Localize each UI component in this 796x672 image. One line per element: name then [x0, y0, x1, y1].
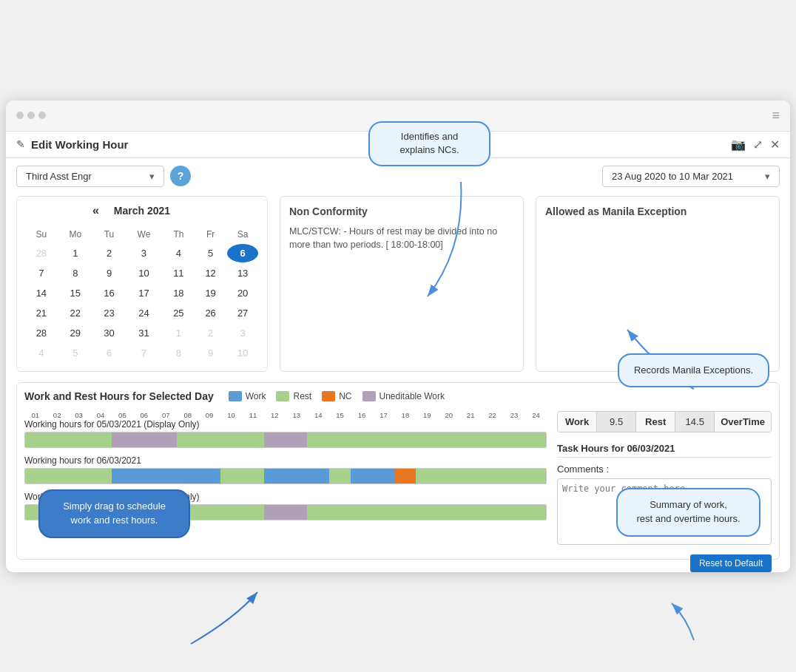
- timeline-segment-uneditable[interactable]: [264, 505, 308, 520]
- calendar-day[interactable]: 4: [26, 344, 57, 362]
- calendar-header-row: Su Mo Tu We Th Fr Sa: [26, 226, 258, 242]
- timeline-segment-work[interactable]: [351, 469, 394, 483]
- calendar-day[interactable]: 3: [126, 244, 162, 262]
- bottom-section: Work and Rest Hours for Selected Day Wor…: [16, 382, 780, 560]
- timeline-segment-rest[interactable]: [416, 469, 546, 483]
- calendar-day[interactable]: 11: [163, 264, 194, 282]
- close-icon[interactable]: ✕: [770, 138, 780, 152]
- calendar-day[interactable]: 7: [126, 344, 162, 362]
- hour-label: 12: [264, 411, 286, 419]
- calendar-day[interactable]: 13: [227, 264, 258, 282]
- day-label: Working hours for 07/03/2021 (Display On…: [24, 492, 547, 502]
- timeline-segment-nc[interactable]: [394, 469, 416, 483]
- calendar-day[interactable]: 8: [58, 264, 92, 282]
- timeline-segment-uneditable[interactable]: [112, 432, 177, 447]
- date-range-value: 23 Aug 2020 to 10 Mar 2021: [612, 171, 733, 182]
- timeline-segment-work[interactable]: [264, 469, 329, 483]
- cal-header-sa: Sa: [227, 226, 258, 242]
- timeline-segment-rest[interactable]: [307, 432, 546, 447]
- calendar-day[interactable]: 20: [227, 284, 258, 302]
- timeline-segment-rest[interactable]: [177, 505, 263, 520]
- calendar-day[interactable]: 6: [94, 344, 124, 362]
- calendar-week-row: 14151617181920: [26, 284, 258, 302]
- hour-label: 20: [438, 411, 459, 419]
- calendar-day[interactable]: 5: [58, 344, 92, 362]
- timeline-segment-rest[interactable]: [329, 469, 351, 483]
- timeline-bar[interactable]: [24, 468, 547, 484]
- timeline-segment-uneditable[interactable]: [112, 505, 177, 520]
- timeline-segment-work[interactable]: [112, 469, 220, 483]
- timeline-bar[interactable]: [24, 504, 547, 520]
- cal-header-th: Th: [163, 226, 194, 242]
- calendar-day[interactable]: 10: [227, 344, 258, 362]
- calendar-day[interactable]: 2: [94, 244, 124, 262]
- calendar-day[interactable]: 6: [227, 244, 258, 262]
- browser-top-bar: ≡: [6, 101, 790, 132]
- right-panel: Work 9.5 Rest 14.5 OverTime Task Hours f…: [557, 411, 772, 548]
- cal-header-mo: Mo: [58, 226, 92, 242]
- calendar-day[interactable]: 22: [58, 304, 92, 322]
- calendar-week-row: 28123456: [26, 244, 258, 262]
- calendar-day[interactable]: 30: [94, 324, 124, 342]
- calendar-day[interactable]: 25: [163, 304, 194, 322]
- calendar-day[interactable]: 28: [26, 324, 57, 342]
- reset-button[interactable]: Reset to Default: [690, 554, 772, 572]
- calendar-day[interactable]: 19: [195, 284, 226, 302]
- comments-textarea[interactable]: [557, 478, 772, 545]
- timeline-segment-rest[interactable]: [25, 469, 112, 483]
- calendar-day[interactable]: 3: [227, 324, 258, 342]
- task-hours-title: Task Hours for 06/03/2021: [557, 440, 772, 458]
- calendar-day[interactable]: 16: [94, 284, 124, 302]
- calendar-day[interactable]: 14: [26, 284, 57, 302]
- calendar-day[interactable]: 2: [195, 324, 226, 342]
- help-button[interactable]: ?: [170, 166, 191, 186]
- timeline-segment-rest[interactable]: [307, 505, 546, 520]
- calendar-day[interactable]: 24: [126, 304, 162, 322]
- edit-icon: ✎: [16, 138, 25, 150]
- hour-label: 04: [90, 411, 111, 419]
- timeline-segment-uneditable[interactable]: [264, 432, 308, 447]
- calendar-day[interactable]: 23: [94, 304, 124, 322]
- calendar-day[interactable]: 27: [227, 304, 258, 322]
- calendar-day[interactable]: 26: [195, 304, 226, 322]
- top-controls: Third Asst Engr ▾ ? 23 Aug 2020 to 10 Ma…: [16, 166, 780, 187]
- hour-label: 15: [329, 411, 351, 419]
- hour-label: 19: [416, 411, 438, 419]
- calendar-day[interactable]: 10: [126, 264, 162, 282]
- calendar-day[interactable]: 29: [58, 324, 92, 342]
- calendar-day[interactable]: 21: [26, 304, 57, 322]
- calendar-day[interactable]: 5: [195, 244, 226, 262]
- dot-2: [27, 112, 35, 119]
- calendar-day[interactable]: 15: [58, 284, 92, 302]
- calendar-day[interactable]: 17: [126, 284, 162, 302]
- calendar-day[interactable]: 28: [26, 244, 57, 262]
- comments-label: Comments :: [557, 464, 772, 475]
- timeline-segment-rest[interactable]: [25, 505, 112, 520]
- calendar-day[interactable]: 9: [195, 344, 226, 362]
- timeline-bar[interactable]: [24, 432, 547, 448]
- expand-icon[interactable]: ⤢: [753, 138, 763, 152]
- date-range-dropdown[interactable]: 23 Aug 2020 to 10 Mar 2021 ▾: [602, 166, 780, 187]
- timeline-segment-rest[interactable]: [25, 432, 112, 447]
- calendar-day[interactable]: 9: [94, 264, 124, 282]
- calendar-day[interactable]: 12: [195, 264, 226, 282]
- timeline-segment-rest[interactable]: [177, 432, 263, 447]
- legend-rest: Rest: [276, 391, 311, 401]
- timeline-segment-rest[interactable]: [220, 469, 264, 483]
- browser-menu-icon[interactable]: ≡: [772, 108, 780, 123]
- hour-label: 08: [177, 411, 198, 419]
- bottom-header: Work and Rest Hours for Selected Day Wor…: [24, 390, 772, 402]
- calendar-day[interactable]: 31: [126, 324, 162, 342]
- calendar-day[interactable]: 1: [58, 244, 92, 262]
- calendar-day[interactable]: 18: [163, 284, 194, 302]
- camera-icon[interactable]: 📷: [731, 138, 746, 152]
- hour-label: 21: [459, 411, 481, 419]
- calendar-day[interactable]: 8: [163, 344, 194, 362]
- prev-month-button[interactable]: «: [92, 204, 99, 217]
- calendar-day[interactable]: 7: [26, 264, 57, 282]
- main-content: Third Asst Engr ▾ ? 23 Aug 2020 to 10 Ma…: [6, 158, 790, 567]
- employee-dropdown[interactable]: Third Asst Engr ▾: [16, 166, 164, 187]
- day-label: Working hours for 05/03/2021 (Display On…: [24, 419, 547, 430]
- calendar-day[interactable]: 1: [163, 324, 194, 342]
- calendar-day[interactable]: 4: [163, 244, 194, 262]
